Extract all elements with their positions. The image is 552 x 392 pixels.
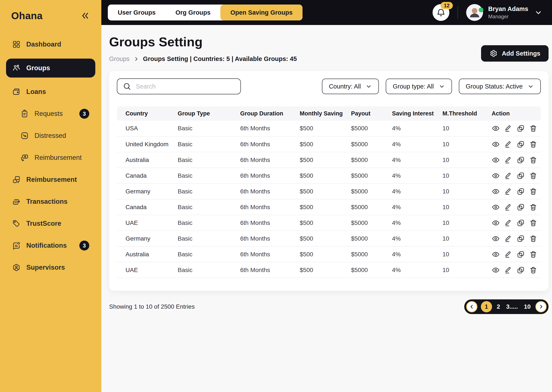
edit-action-button[interactable] xyxy=(504,172,512,180)
view-action-button[interactable] xyxy=(492,156,500,164)
edit-action-button[interactable] xyxy=(504,140,512,148)
gear-icon xyxy=(489,49,497,57)
cell-payout: $5000 xyxy=(349,152,390,168)
search-box xyxy=(117,78,241,94)
cell-payout: $5000 xyxy=(349,136,390,152)
edit-action-button[interactable] xyxy=(504,187,512,196)
cell-actions xyxy=(489,152,541,168)
page-3[interactable]: 3..... xyxy=(505,303,519,310)
edit-action-button[interactable] xyxy=(504,266,512,274)
pagination: 123.....10 xyxy=(464,299,549,314)
copy-action-button[interactable] xyxy=(517,187,525,196)
sidebar-item-requests[interactable]: Requests3 xyxy=(14,106,95,121)
entries-summary: Showing 1 to 10 of 2500 Entries xyxy=(109,303,195,310)
cell-type: Basic xyxy=(176,215,238,231)
user-menu-chevron-down-icon[interactable] xyxy=(534,8,543,17)
cell-actions xyxy=(489,262,541,278)
edit-action-button[interactable] xyxy=(504,156,512,164)
copy-action-button[interactable] xyxy=(517,266,525,274)
group-tabs: User GroupsOrg GroupsOpen Saving Groups xyxy=(108,5,302,21)
filter-group-status[interactable]: Group Status: Active xyxy=(459,79,541,94)
view-action-button[interactable] xyxy=(492,203,500,211)
table-row: UAEBasic6th Months$500$50004%10 xyxy=(117,215,541,231)
edit-action-button[interactable] xyxy=(504,219,512,227)
sidebar-item-distressed[interactable]: Distressed xyxy=(14,128,95,143)
view-action-button[interactable] xyxy=(492,187,500,196)
edit-action-button[interactable] xyxy=(504,235,512,243)
sidebar-item-supervisors[interactable]: Supervisors xyxy=(6,260,95,275)
page-2[interactable]: 2 xyxy=(495,303,502,310)
copy-action-button[interactable] xyxy=(517,250,525,259)
view-action-button[interactable] xyxy=(492,266,500,274)
copy-icon xyxy=(517,266,525,274)
pagination-prev-button[interactable] xyxy=(466,301,477,312)
breadcrumb-root[interactable]: Groups xyxy=(109,55,129,63)
cell-type: Basic xyxy=(176,121,238,136)
delete-action-button[interactable] xyxy=(529,124,537,133)
delete-action-button[interactable] xyxy=(529,172,537,180)
copy-action-button[interactable] xyxy=(517,172,525,180)
copy-action-button[interactable] xyxy=(517,124,525,133)
groups-icon xyxy=(12,64,21,72)
cell-threshold: 10 xyxy=(440,231,489,246)
search-input[interactable] xyxy=(117,78,241,94)
cell-type: Basic xyxy=(176,246,238,262)
filter-country[interactable]: Country: All xyxy=(322,79,379,94)
chevron-left-icon xyxy=(469,304,475,309)
copy-action-button[interactable] xyxy=(517,219,525,227)
view-action-button[interactable] xyxy=(492,140,500,148)
delete-action-button[interactable] xyxy=(529,219,537,227)
sidebar-item-notifications[interactable]: Notifications3 xyxy=(6,238,95,253)
pagination-next-button[interactable] xyxy=(535,301,547,312)
delete-icon xyxy=(529,140,537,148)
table-footer: Showing 1 to 10 of 2500 Entries 123.....… xyxy=(109,299,549,314)
edit-action-button[interactable] xyxy=(504,250,512,259)
delete-action-button[interactable] xyxy=(529,203,537,211)
view-action-button[interactable] xyxy=(492,250,500,259)
cell-duration: 6th Months xyxy=(238,136,298,152)
sidebar-item-dashboard[interactable]: Dashboard xyxy=(6,37,95,52)
edit-action-button[interactable] xyxy=(504,124,512,133)
page-10[interactable]: 10 xyxy=(523,303,532,310)
groups-table: CountryGroup TypeGroup DurationMonthly S… xyxy=(117,106,541,278)
sidebar-item-groups[interactable]: Groups xyxy=(6,59,95,77)
add-settings-button[interactable]: Add Settings xyxy=(481,45,549,62)
delete-action-button[interactable] xyxy=(529,250,537,259)
cell-country: United Kingdom xyxy=(117,136,176,152)
page-1[interactable]: 1 xyxy=(481,301,492,312)
copy-action-button[interactable] xyxy=(517,203,525,211)
sidebar-item-transactions[interactable]: Transactions xyxy=(6,194,95,209)
edit-action-button[interactable] xyxy=(504,203,512,211)
chevron-down-icon xyxy=(527,83,534,90)
tab-org-groups[interactable]: Org Groups xyxy=(166,5,221,21)
delete-action-button[interactable] xyxy=(529,235,537,243)
sidebar-item-reimbursement[interactable]: Reimbursement xyxy=(14,150,95,165)
sidebar-item-trustscore[interactable]: TrustScore xyxy=(6,216,95,231)
copy-action-button[interactable] xyxy=(517,235,525,243)
cell-payout: $5000 xyxy=(349,231,390,246)
edit-icon xyxy=(504,124,512,133)
tab-user-groups[interactable]: User Groups xyxy=(108,5,166,21)
copy-action-button[interactable] xyxy=(517,156,525,164)
column-header-country: Country xyxy=(117,106,176,121)
filter-group-type[interactable]: Group type: All xyxy=(386,79,452,94)
notifications-icon xyxy=(12,241,21,250)
user-avatar[interactable] xyxy=(466,4,483,21)
delete-action-button[interactable] xyxy=(529,156,537,164)
sidebar: Ohana DashboardGroupsLoansRequests3Distr… xyxy=(0,0,101,392)
sidebar-collapse-icon[interactable] xyxy=(80,11,90,21)
view-action-button[interactable] xyxy=(492,219,500,227)
view-action-button[interactable] xyxy=(492,124,500,133)
cell-interest: 4% xyxy=(390,183,440,199)
delete-action-button[interactable] xyxy=(529,266,537,274)
copy-action-button[interactable] xyxy=(517,140,525,148)
view-action-button[interactable] xyxy=(492,235,500,243)
notification-bell-button[interactable]: 12 xyxy=(433,4,449,21)
sidebar-item-reimbursement[interactable]: Reimbursement xyxy=(6,172,95,187)
sidebar-item-loans[interactable]: Loans xyxy=(6,84,95,99)
delete-action-button[interactable] xyxy=(529,187,537,196)
tab-open-saving-groups[interactable]: Open Saving Groups xyxy=(220,5,302,21)
user-name: Bryan Adams xyxy=(488,5,528,13)
delete-action-button[interactable] xyxy=(529,140,537,148)
view-action-button[interactable] xyxy=(492,172,500,180)
